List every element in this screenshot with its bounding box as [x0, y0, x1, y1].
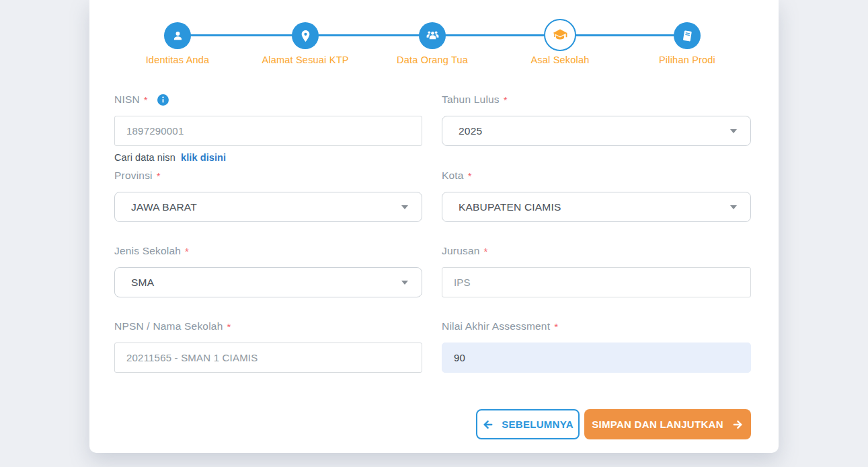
- required-asterisk: *: [504, 94, 508, 106]
- step-identitas-anda: Identitas Anda: [114, 0, 241, 67]
- step-asal-sekolah-active: Asal Sekolah: [496, 0, 624, 67]
- jurusan-label: Jurusan *: [442, 244, 751, 258]
- form-card: Identitas Anda Alamat Sesuai KTP Data Or…: [89, 0, 779, 453]
- label-text: Jenis Sekolah: [114, 245, 181, 257]
- step-data-orang-tua: Data Orang Tua: [368, 0, 496, 67]
- npsn-label: NPSN / Nama Sekolah *: [114, 319, 422, 334]
- npsn-input[interactable]: [114, 343, 422, 373]
- nisn-search-link[interactable]: klik disini: [181, 152, 226, 163]
- label-text: Nilai Akhir Assessment: [442, 320, 550, 332]
- label-text: Tahun Lulus: [442, 94, 500, 106]
- selected-value: KABUPATEN CIAMIS: [459, 201, 561, 213]
- required-asterisk: *: [185, 246, 189, 257]
- required-asterisk: *: [144, 94, 148, 106]
- field-provinsi: Provinsi * JAWA BARAT: [114, 168, 422, 222]
- nisn-helper: Cari data nisn klik disini: [114, 152, 422, 163]
- label-text: NPSN / Nama Sekolah: [114, 320, 223, 332]
- step-label: Asal Sekolah: [496, 55, 624, 65]
- step-label: Pilihan Prodi: [623, 55, 751, 65]
- nisn-input[interactable]: [114, 116, 422, 146]
- info-icon[interactable]: [157, 94, 169, 106]
- user-icon: [164, 22, 191, 49]
- label-text: Jurusan: [442, 245, 480, 257]
- chevron-down-icon: [730, 205, 737, 209]
- chevron-down-icon: [401, 205, 408, 209]
- save-and-continue-button[interactable]: SIMPAN DAN LANJUTKAN: [584, 409, 751, 439]
- step-alamat-ktp: Alamat Sesuai KTP: [241, 0, 369, 67]
- arrow-right-icon: [732, 419, 744, 431]
- field-npsn: NPSN / Nama Sekolah *: [114, 319, 422, 373]
- field-nilai-akhir: Nilai Akhir Assessment *: [442, 319, 751, 373]
- graduation-cap-icon: [544, 19, 576, 51]
- form-actions: SEBELUMNYA SIMPAN DAN LANJUTKAN: [89, 409, 751, 439]
- tahun-lulus-label: Tahun Lulus *: [442, 92, 751, 107]
- label-text: NISN: [114, 94, 140, 106]
- field-jenis-sekolah: Jenis Sekolah * SMA: [114, 244, 422, 297]
- book-icon: [674, 22, 701, 49]
- required-asterisk: *: [484, 246, 488, 257]
- previous-button[interactable]: SEBELUMNYA: [476, 409, 580, 439]
- required-asterisk: *: [157, 170, 161, 182]
- provinsi-select[interactable]: JAWA BARAT: [114, 192, 422, 222]
- label-text: Kota: [442, 170, 464, 182]
- registration-page: Identitas Anda Alamat Sesuai KTP Data Or…: [0, 0, 868, 467]
- nisn-label: NISN *: [114, 92, 422, 107]
- field-jurusan: Jurusan *: [442, 244, 751, 297]
- jenis-sekolah-select[interactable]: SMA: [114, 267, 422, 297]
- step-label: Alamat Sesuai KTP: [241, 55, 369, 65]
- helper-text: Cari data nisn: [114, 152, 175, 163]
- jurusan-input[interactable]: [442, 267, 751, 297]
- step-label: Identitas Anda: [114, 55, 241, 65]
- selected-value: 2025: [459, 125, 482, 137]
- label-text: Provinsi: [114, 170, 153, 182]
- required-asterisk: *: [554, 321, 558, 332]
- chevron-down-icon: [401, 281, 408, 285]
- kota-label: Kota *: [442, 168, 751, 183]
- step-label: Data Orang Tua: [368, 55, 496, 65]
- family-icon: [419, 22, 446, 49]
- field-tahun-lulus: Tahun Lulus * 2025: [442, 92, 751, 146]
- field-nisn: NISN * Cari data nisn klik disini: [114, 92, 422, 163]
- field-kota: Kota * KABUPATEN CIAMIS: [442, 168, 751, 222]
- nilai-akhir-input[interactable]: [442, 343, 751, 373]
- kota-select[interactable]: KABUPATEN CIAMIS: [442, 192, 751, 222]
- step-pilihan-prodi: Pilihan Prodi: [623, 0, 751, 67]
- location-pin-icon: [292, 22, 319, 49]
- stepper: Identitas Anda Alamat Sesuai KTP Data Or…: [89, 0, 779, 74]
- required-asterisk: *: [468, 170, 472, 182]
- nilai-akhir-label: Nilai Akhir Assessment *: [442, 319, 751, 334]
- arrow-left-icon: [482, 419, 494, 431]
- selected-value: SMA: [131, 277, 154, 289]
- save-and-continue-label: SIMPAN DAN LANJUTKAN: [592, 419, 723, 430]
- tahun-lulus-select[interactable]: 2025: [442, 116, 751, 146]
- previous-button-label: SEBELUMNYA: [502, 419, 574, 430]
- required-asterisk: *: [227, 321, 231, 332]
- jenis-sekolah-label: Jenis Sekolah *: [114, 244, 422, 258]
- selected-value: JAWA BARAT: [131, 201, 197, 213]
- chevron-down-icon: [730, 129, 737, 133]
- provinsi-label: Provinsi *: [114, 168, 422, 183]
